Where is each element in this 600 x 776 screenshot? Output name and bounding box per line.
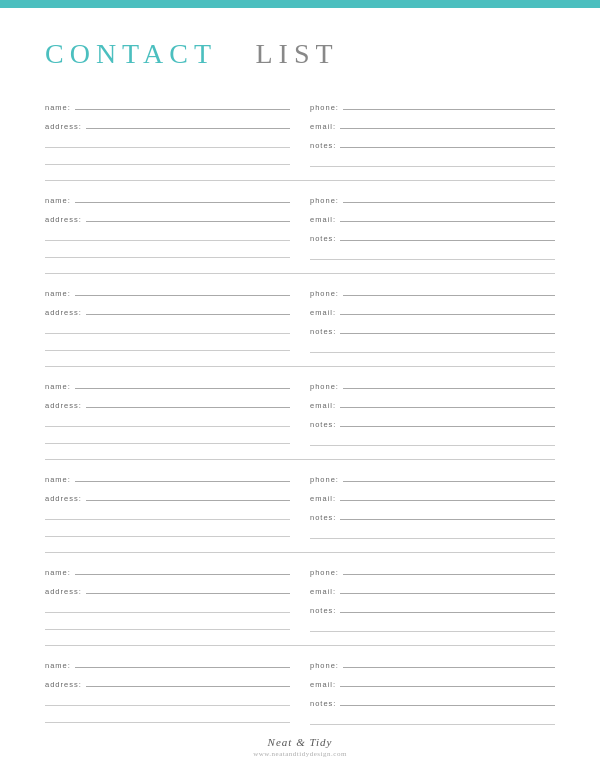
phone-row: phone: — [310, 470, 555, 484]
address-label: address: — [45, 587, 82, 596]
contact-entry-1: name: address: phone: — [45, 98, 555, 181]
contact-entry-3: name: address: phone: — [45, 284, 555, 367]
blank-line — [45, 415, 290, 427]
contact-entry-4: name: address: phone: — [45, 377, 555, 460]
title-list: LIST — [255, 38, 338, 69]
blank-line — [45, 136, 290, 148]
notes-row: notes: — [310, 601, 555, 615]
email-label: email: — [310, 308, 336, 317]
name-line — [75, 191, 290, 203]
email-label: email: — [310, 587, 336, 596]
content: CONTACT LIST name: address: — [0, 8, 600, 756]
separator — [45, 180, 555, 181]
phone-label: phone: — [310, 661, 339, 670]
blank-line — [310, 620, 555, 632]
phone-label: phone: — [310, 289, 339, 298]
blank-line — [45, 153, 290, 165]
phone-label: phone: — [310, 382, 339, 391]
blank-line — [45, 601, 290, 613]
contact-entry-7: name: address: phone: — [45, 656, 555, 730]
notes-row: notes: — [310, 508, 555, 522]
address-line — [86, 303, 290, 315]
phone-row: phone: — [310, 563, 555, 577]
right-col: phone: email: notes: — [310, 284, 555, 358]
email-row: email: — [310, 582, 555, 596]
email-label: email: — [310, 122, 336, 131]
name-label: name: — [45, 475, 71, 484]
address-line — [86, 675, 290, 687]
blank-line — [310, 155, 555, 167]
right-col: phone: email: notes: — [310, 563, 555, 637]
email-row: email: — [310, 489, 555, 503]
blank-line — [310, 341, 555, 353]
left-col: name: address: — [45, 656, 290, 730]
address-row: address: — [45, 117, 290, 131]
name-row: name: — [45, 470, 290, 484]
footer-brand: Neat & Tidy — [0, 736, 600, 748]
notes-label: notes: — [310, 699, 336, 708]
name-line — [75, 470, 290, 482]
blank-line — [45, 322, 290, 334]
email-label: email: — [310, 215, 336, 224]
left-col: name: address: — [45, 191, 290, 265]
name-label: name: — [45, 289, 71, 298]
notes-row: notes: — [310, 415, 555, 429]
phone-line — [343, 377, 555, 389]
phone-row: phone: — [310, 656, 555, 670]
phone-label: phone: — [310, 568, 339, 577]
left-col: name: address: — [45, 563, 290, 637]
notes-row: notes: — [310, 229, 555, 243]
name-label: name: — [45, 103, 71, 112]
name-line — [75, 284, 290, 296]
name-label: name: — [45, 382, 71, 391]
phone-line — [343, 656, 555, 668]
email-label: email: — [310, 680, 336, 689]
address-row: address: — [45, 396, 290, 410]
contact-entry-5: name: address: phone: — [45, 470, 555, 553]
blank-line — [45, 246, 290, 258]
name-line — [75, 377, 290, 389]
left-col: name: address: — [45, 470, 290, 544]
page: CONTACT LIST name: address: — [0, 0, 600, 776]
blank-line — [45, 711, 290, 723]
address-row: address: — [45, 210, 290, 224]
page-title: CONTACT LIST — [45, 38, 555, 70]
top-bar — [0, 0, 600, 8]
email-line — [340, 582, 555, 594]
left-col: name: address: — [45, 98, 290, 172]
blank-line — [310, 434, 555, 446]
email-line — [340, 210, 555, 222]
name-row: name: — [45, 656, 290, 670]
address-label: address: — [45, 215, 82, 224]
contact-entry-2: name: address: phone: — [45, 191, 555, 274]
right-col: phone: email: notes: — [310, 98, 555, 172]
right-col: phone: email: notes: — [310, 191, 555, 265]
email-row: email: — [310, 210, 555, 224]
phone-row: phone: — [310, 98, 555, 112]
name-row: name: — [45, 98, 290, 112]
address-row: address: — [45, 489, 290, 503]
right-col: phone: email: notes: — [310, 377, 555, 451]
phone-line — [343, 98, 555, 110]
email-row: email: — [310, 303, 555, 317]
address-line — [86, 117, 290, 129]
notes-row: notes: — [310, 694, 555, 708]
footer: Neat & Tidy www.neatandtidydesign.com — [0, 736, 600, 758]
name-line — [75, 563, 290, 575]
blank-line — [310, 713, 555, 725]
blank-line — [45, 339, 290, 351]
blank-line — [310, 527, 555, 539]
notes-label: notes: — [310, 420, 336, 429]
phone-line — [343, 191, 555, 203]
notes-label: notes: — [310, 141, 336, 150]
email-row: email: — [310, 675, 555, 689]
notes-line — [340, 136, 555, 148]
phone-row: phone: — [310, 191, 555, 205]
notes-line — [340, 322, 555, 334]
phone-row: phone: — [310, 377, 555, 391]
notes-label: notes: — [310, 234, 336, 243]
phone-row: phone: — [310, 284, 555, 298]
blank-line — [45, 694, 290, 706]
email-label: email: — [310, 401, 336, 410]
right-col: phone: email: notes: — [310, 656, 555, 730]
